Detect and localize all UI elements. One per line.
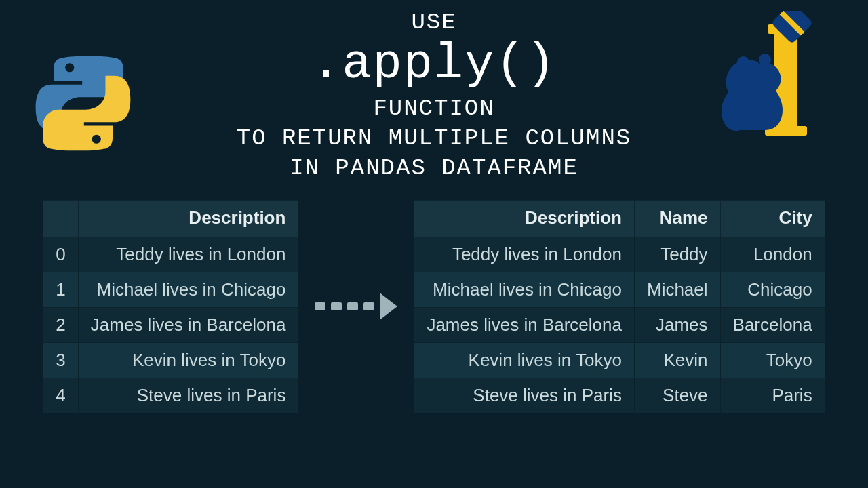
- pandas-logo-icon: [712, 11, 827, 142]
- table-row: James lives in Barcelona James Barcelona: [414, 307, 825, 342]
- table-row: Teddy lives in London Teddy London: [414, 237, 825, 272]
- row-name: Teddy: [634, 237, 720, 272]
- row-index: 2: [43, 307, 78, 342]
- row-description: James lives in Barcelona: [414, 307, 635, 342]
- row-index: 3: [43, 342, 78, 378]
- right-header-description: Description: [414, 200, 635, 237]
- table-row: 0 Teddy lives in London: [43, 237, 298, 272]
- row-description: Kevin lives in Tokyo: [78, 342, 298, 378]
- row-description: Michael lives in Chicago: [414, 272, 635, 307]
- right-header-name: Name: [634, 200, 720, 237]
- row-description: Steve lives in Paris: [414, 378, 635, 413]
- row-description: Teddy lives in London: [414, 237, 635, 272]
- row-index: 0: [43, 237, 78, 272]
- row-description: Steve lives in Paris: [78, 378, 298, 413]
- row-city: Chicago: [720, 272, 825, 307]
- row-description: James lives in Barcelona: [78, 307, 298, 342]
- arrow-icon: [311, 293, 401, 320]
- left-header-index: [43, 200, 78, 237]
- input-dataframe-table: Description 0 Teddy lives in London 1 Mi…: [43, 200, 298, 413]
- row-city: Barcelona: [720, 307, 825, 342]
- table-row: 1 Michael lives in Chicago: [43, 272, 298, 307]
- row-city: Paris: [720, 378, 825, 413]
- row-city: Tokyo: [720, 342, 825, 378]
- output-dataframe-table: Description Name City Teddy lives in Lon…: [414, 200, 825, 413]
- table-row: 4 Steve lives in Paris: [43, 378, 298, 413]
- row-description: Kevin lives in Tokyo: [414, 342, 635, 378]
- row-name: Kevin: [634, 342, 720, 378]
- right-header-city: City: [720, 200, 825, 237]
- left-header-description: Description: [78, 200, 298, 237]
- svg-point-5: [737, 56, 749, 68]
- row-index: 1: [43, 272, 78, 307]
- svg-point-6: [759, 54, 771, 66]
- tables-container: Description 0 Teddy lives in London 1 Mi…: [0, 200, 868, 413]
- row-description: Michael lives in Chicago: [78, 272, 298, 307]
- table-row: 2 James lives in Barcelona: [43, 307, 298, 342]
- row-name: Steve: [634, 378, 720, 413]
- row-index: 4: [43, 378, 78, 413]
- table-row: Steve lives in Paris Steve Paris: [414, 378, 825, 413]
- table-row: Kevin lives in Tokyo Kevin Tokyo: [414, 342, 825, 378]
- title-line-5: IN PANDAS DATAFRAME: [0, 155, 868, 181]
- row-name: Michael: [634, 272, 720, 307]
- row-description: Teddy lives in London: [78, 237, 298, 272]
- python-logo-icon: [34, 54, 132, 155]
- row-city: London: [720, 237, 825, 272]
- row-name: James: [634, 307, 720, 342]
- table-row: 3 Kevin lives in Tokyo: [43, 342, 298, 378]
- table-row: Michael lives in Chicago Michael Chicago: [414, 272, 825, 307]
